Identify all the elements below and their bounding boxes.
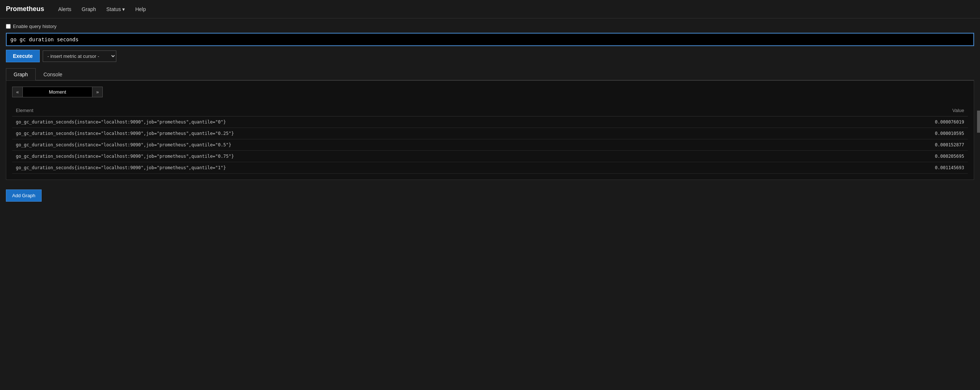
navbar: Prometheus Alerts Graph Status ▾ Help [0, 0, 980, 18]
value-cell: 0.000010595 [834, 128, 968, 139]
execute-row: Execute - insert metric at cursor - [6, 50, 974, 62]
query-input-row [6, 33, 974, 46]
results-table: Element Value go_gc_duration_seconds{ins… [12, 105, 968, 174]
value-cell: 0.000152877 [834, 139, 968, 151]
table-row: go_gc_duration_seconds{instance="localho… [12, 128, 968, 139]
nav-item-status[interactable]: Status ▾ [101, 0, 130, 18]
value-cell: 0.000076019 [834, 117, 968, 128]
time-nav: « » [12, 86, 103, 98]
time-next-button[interactable]: » [92, 86, 103, 98]
element-cell: go_gc_duration_seconds{instance="localho… [12, 139, 834, 151]
metric-select[interactable]: - insert metric at cursor - [43, 51, 116, 62]
moment-input[interactable] [23, 86, 92, 98]
main-content: Enable query history Execute - insert me… [0, 18, 980, 207]
scrollbar[interactable] [977, 110, 980, 133]
element-cell: go_gc_duration_seconds{instance="localho… [12, 151, 834, 162]
nav-item-help[interactable]: Help [130, 0, 151, 18]
element-cell: go_gc_duration_seconds{instance="localho… [12, 128, 834, 139]
query-input[interactable] [6, 33, 974, 46]
col-element-header: Element [12, 105, 834, 117]
nav-brand[interactable]: Prometheus [6, 5, 44, 13]
col-value-header: Value [834, 105, 968, 117]
element-cell: go_gc_duration_seconds{instance="localho… [12, 117, 834, 128]
value-cell: 0.000205695 [834, 151, 968, 162]
nav-item-alerts[interactable]: Alerts [53, 0, 76, 18]
table-row: go_gc_duration_seconds{instance="localho… [12, 139, 968, 151]
query-history-row: Enable query history [6, 24, 974, 29]
query-history-checkbox[interactable] [6, 24, 11, 29]
tab-graph[interactable]: Graph [6, 68, 36, 80]
table-row: go_gc_duration_seconds{instance="localho… [12, 117, 968, 128]
table-row: go_gc_duration_seconds{instance="localho… [12, 162, 968, 174]
value-cell: 0.001145693 [834, 162, 968, 174]
add-graph-button[interactable]: Add Graph [6, 189, 41, 201]
tab-console[interactable]: Console [36, 68, 70, 80]
time-prev-button[interactable]: « [12, 86, 23, 98]
element-cell: go_gc_duration_seconds{instance="localho… [12, 162, 834, 174]
nav-item-graph[interactable]: Graph [76, 0, 101, 18]
tab-bar: Graph Console [6, 68, 974, 80]
dropdown-arrow-icon: ▾ [122, 6, 125, 12]
query-history-label: Enable query history [13, 24, 57, 29]
table-row: go_gc_duration_seconds{instance="localho… [12, 151, 968, 162]
execute-button[interactable]: Execute [6, 50, 40, 62]
graph-panel: « » Element Value go_gc_duration_seconds… [6, 80, 974, 180]
